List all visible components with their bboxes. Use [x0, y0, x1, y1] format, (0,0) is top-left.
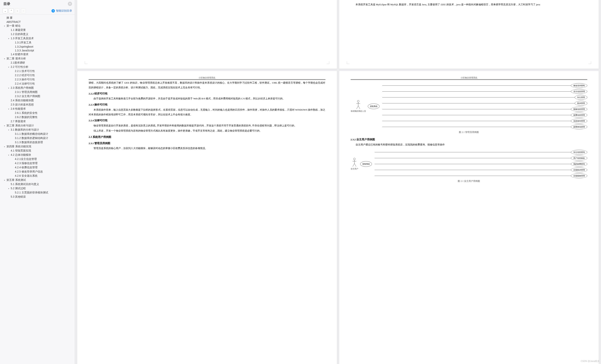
toc-item[interactable]: ▾4.1 登陆页面实现 — [1, 149, 74, 153]
toc-item-label: 4.2.1业主信息管理 — [14, 157, 37, 161]
toc-item-label: 2.2.2 经济可行性 — [14, 74, 35, 77]
toc-item[interactable]: ▾摘 要 — [1, 16, 74, 20]
chevron-down-icon[interactable]: ▾ — [3, 146, 6, 148]
toc-item[interactable]: ▾5.2.1 主页面的登录模块测试 — [1, 191, 74, 195]
toc-item[interactable]: ▾2.6.1 系统的安全性 — [1, 111, 74, 115]
chevron-down-icon[interactable]: ▾ — [3, 58, 6, 60]
usecase-bubble: 在线报修管理 — [571, 173, 587, 178]
page-1-tail — [77, 0, 337, 69]
toc-item[interactable]: ▾2.2.3 操作可行性 — [1, 77, 74, 82]
chevron-down-icon[interactable]: ▾ — [7, 66, 10, 68]
document-viewport[interactable]: 本系统开发工具是 MyEclipse 和 MySQL 数据库，开发语言是 Jav… — [75, 0, 601, 364]
usecase-bubble: 报修信息管理 — [571, 107, 587, 112]
toc-item[interactable]: ▾4.2 总体功能模块 — [1, 153, 74, 157]
toc-item-label: 4.2.5 修改登录用户信息 — [14, 170, 43, 173]
chevron-down-icon[interactable]: ▾ — [3, 125, 6, 127]
chevron-down-icon[interactable]: ▾ — [7, 38, 10, 40]
toc-item-label: 4.2.3 报修信息管理 — [14, 162, 38, 165]
close-icon[interactable]: ✕ — [68, 2, 72, 6]
owner-usecase-diagram: 业主用户 登陆系统 车位信息查询用户信息修改我的收费查询在线投诉管理在线报修管理 — [351, 150, 588, 178]
toc-item[interactable]: ▾3.1.2 数据库的逻辑结构设计 — [1, 136, 74, 140]
chevron-down-icon[interactable]: ▾ — [7, 129, 10, 131]
toc-item[interactable]: ▾5.2 测试过程 — [1, 186, 74, 191]
para-2-2-1-cont: 课程，大四期间也系统的了解了 J2EE 的知识，物业管理系统总体上开发难度不高，… — [89, 81, 325, 90]
chevron-down-icon[interactable]: ▾ — [7, 87, 10, 89]
chevron-down-icon[interactable]: ▾ — [7, 154, 10, 156]
toc-item-label: 4.2.4 收费信息管理 — [14, 166, 38, 169]
toc-item[interactable]: ▾2.4 系统功能模块图 — [1, 98, 74, 103]
usecase-bubble: 投诉管理 — [575, 101, 587, 106]
toc-tree[interactable]: ▾摘 要▾ABSTRACT▾第一章 绪论▾1.1 课题背景▾1.2 目的和意义▾… — [0, 15, 75, 364]
fig-2-1b-caption: 图 2.1 业主用户用例图 — [351, 179, 588, 183]
connector-line — [382, 115, 571, 115]
toc-item[interactable]: ▾第二章 需求分析 — [1, 57, 74, 61]
toc-item[interactable]: ▾1.3.1开发工具 — [1, 40, 74, 45]
toc-sidebar: 目录 ✕ ⌄ ⌃ + − ✦ 智能识别目录 ▾摘 要▾ABSTRACT▾第一章 … — [0, 0, 75, 364]
toc-item-label: 第四章 系统功能实现 — [6, 145, 31, 148]
admin-usecase-list: 修改登录密码业主信息管理车位管理投诉管理报修信息管理收费信息管理信息发布管理新闻… — [382, 83, 588, 129]
toc-item[interactable]: ▾第五章 系统测试 — [1, 178, 74, 182]
toc-item-label: 2.6.2 数据的完整性 — [14, 115, 38, 119]
remove-node-button[interactable]: − — [21, 8, 26, 13]
toc-item[interactable]: ▾2.1需求调研 — [1, 61, 74, 65]
toc-item-label: 2.2.4 法律可行性 — [14, 82, 35, 86]
collapse-all-button[interactable]: ⌄ — [3, 8, 8, 13]
add-node-button[interactable]: + — [15, 8, 20, 13]
toc-item-label: 1.4 软硬件需求 — [10, 53, 28, 56]
toc-item-label: 4.2 总体功能模块 — [10, 153, 31, 157]
chevron-down-icon[interactable]: ▾ — [3, 25, 6, 27]
chevron-down-icon[interactable]: ▾ — [7, 188, 10, 190]
chevron-down-icon[interactable]: ▾ — [3, 179, 6, 181]
actor-admin: 有权限的系统人员 — [351, 100, 366, 113]
toc-item[interactable]: ▾2.2.1 技术可行性 — [1, 69, 74, 73]
toc-item[interactable]: ▾5.1 系统测试目的与意义 — [1, 182, 74, 186]
owner-usecase-list: 车位信息查询用户信息修改我的收费查询在线投诉管理在线报修管理 — [375, 150, 588, 178]
toc-item-label: 5.3 其他错误 — [10, 195, 26, 199]
toc-item[interactable]: ▾4.2.3 报修信息管理 — [1, 161, 74, 165]
expand-all-button[interactable]: ⌃ — [9, 8, 14, 13]
usecase-row: 在线投诉管理 — [375, 168, 588, 172]
toc-item[interactable]: ▾第三章 系统分析与设计 — [1, 124, 74, 128]
actor-owner: 业主用户 — [351, 157, 358, 171]
toc-item[interactable]: ▾4.2.4 收费信息管理 — [1, 165, 74, 170]
toc-item[interactable]: ▾4.2.5 修改登录用户信息 — [1, 170, 74, 174]
toc-item[interactable]: ▾4.2.1业主信息管理 — [1, 157, 74, 161]
toc-item[interactable]: ▾2.3.2 业主用户用例图 — [1, 94, 74, 98]
connector-line — [375, 170, 571, 170]
toc-item[interactable]: ▾2.6.2 数据的完整性 — [1, 115, 74, 119]
admin-usecase-diagram: 有权限的系统人员 登陆系统 修改登录密码业主信息管理车位管理投诉管理报修信息管理… — [351, 83, 588, 129]
toc-item[interactable]: ▾2.2.4 法律可行性 — [1, 82, 74, 86]
toc-item[interactable]: ▾1.2 目的和意义 — [1, 32, 74, 36]
toc-item[interactable]: ▾4.2.6 安全退出系统 — [1, 174, 74, 178]
toc-item[interactable]: ▾2.6 性能需求 — [1, 107, 74, 111]
toc-item[interactable]: ▾1.3 开发工具及技术 — [1, 36, 74, 40]
toc-item[interactable]: ▾2.2.2 经济可行性 — [1, 73, 74, 77]
toc-item[interactable]: ▾1.1 课题背景 — [1, 28, 74, 32]
toc-item-label: 4.1 登陆页面实现 — [10, 149, 31, 153]
toc-item-label: 2.4 系统功能模块图 — [10, 99, 34, 102]
toc-item[interactable]: ▾3.1.1 数据库的概念结构设计 — [1, 132, 74, 136]
connector-line — [382, 121, 571, 121]
chevron-down-icon[interactable]: ▾ — [7, 108, 10, 110]
toc-item[interactable]: ▾第一章 绪论 — [1, 24, 74, 28]
toc-item-label: 2.3.2 业主用户用例图 — [14, 95, 40, 98]
toc-item[interactable]: ▾2.5 设计的基本思想 — [1, 103, 74, 107]
toc-item-label: 3.1.2 数据库的逻辑结构设计 — [14, 136, 48, 140]
toc-item-label: 2.5 设计的基本思想 — [10, 103, 34, 106]
toc-item[interactable]: ▾3.1 数据库的分析与设计 — [1, 128, 74, 132]
toc-item[interactable]: ▾2.2 可行性分析 — [1, 65, 74, 69]
toc-item-label: 2.7 界面需求 — [10, 120, 26, 123]
toc-item[interactable]: ▾1.3.2springboot — [1, 45, 74, 48]
toc-item[interactable]: ▾3.1.3 数据库的连接原理 — [1, 140, 74, 144]
toc-item[interactable]: ▾2.3.1 管理员用例图 — [1, 90, 74, 94]
smart-toc-button[interactable]: ✦ 智能识别目录 — [51, 9, 72, 13]
toc-item[interactable]: ▾5.3 其他错误 — [1, 195, 74, 199]
toc-item-label: 3.1.3 数据库的连接原理 — [14, 141, 43, 144]
toc-item[interactable]: ▾第四章 系统功能实现 — [1, 144, 74, 149]
toc-item[interactable]: ▾2.3 系统用户用例图 — [1, 86, 74, 90]
toc-item[interactable]: ▾2.7 界面需求 — [1, 119, 74, 124]
toc-item[interactable]: ▾1.3.3 JavaScript — [1, 48, 74, 52]
connector-line — [382, 91, 571, 92]
toc-item[interactable]: ▾1.4 软硬件需求 — [1, 52, 74, 57]
toc-item[interactable]: ▾ABSTRACT — [1, 20, 74, 24]
